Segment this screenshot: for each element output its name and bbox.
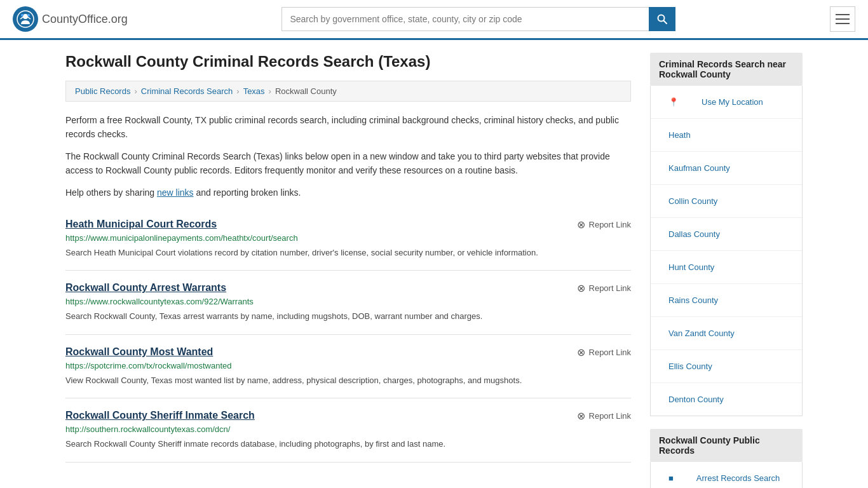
report-link-button[interactable]: ⊗ Report Link [577,282,631,294]
sidebar-near-item[interactable]: Collin County [651,185,802,218]
sidebar-near-title: Criminal Records Search near Rockwall Co… [650,53,803,86]
report-icon: ⊗ [577,410,585,422]
page-title: Rockwall County Criminal Records Search … [65,53,631,71]
header: CountyOffice.org [0,0,868,40]
sidebar-near-section: Criminal Records Search near Rockwall Co… [650,53,803,416]
breadcrumb-sep: › [134,86,137,96]
near-item-label: Rains County [660,290,727,311]
description-2: The Rockwall County Criminal Records Sea… [65,149,631,178]
report-link-button[interactable]: ⊗ Report Link [577,410,631,422]
sidebar-public-records-item[interactable]: ■ Arrest Records Search [651,462,802,488]
report-icon: ⊗ [577,282,585,294]
record-item: Rockwall County Arrest Warrants ⊗ Report… [65,271,631,335]
near-item-label: Dallas County [660,224,729,245]
near-item-link[interactable]: Rains County [651,284,802,316]
sidebar-public-records-list: ■ Arrest Records Search 🏛 Court Records … [650,462,803,488]
breadcrumb-criminal-records[interactable]: Criminal Records Search [141,86,233,96]
breadcrumb: Public Records › Criminal Records Search… [65,81,631,102]
breadcrumb-public-records[interactable]: Public Records [75,86,130,96]
report-link-label: Report Link [589,348,631,357]
sidebar-near-item[interactable]: Heath [651,119,802,152]
near-item-label: Van Zandt County [660,323,743,344]
record-description: View Rockwall County, Texas most wanted … [65,374,631,387]
record-title[interactable]: Rockwall County Most Wanted [65,346,213,358]
location-icon: 📍 [660,92,688,112]
near-item-label: Use My Location [693,92,772,112]
hamburger-line [836,18,850,20]
description-3: Help others by sharing new links and rep… [65,186,631,200]
near-item-link[interactable]: Kaufman County [651,152,802,184]
report-link-label: Report Link [589,220,631,229]
report-icon: ⊗ [577,346,585,358]
breadcrumb-texas[interactable]: Texas [243,86,265,96]
near-item-link[interactable]: Heath [651,119,802,151]
new-links-link[interactable]: new links [157,187,194,198]
svg-point-2 [21,14,24,17]
search-input[interactable] [281,7,649,31]
use-my-location-link[interactable]: 📍Use My Location [651,86,802,118]
logo-text[interactable]: CountyOffice.org [42,13,128,26]
report-link-button[interactable]: ⊗ Report Link [577,219,631,231]
near-item-label: Hunt County [660,257,723,278]
record-description: Search Rockwall County, Texas arrest war… [65,310,631,323]
near-item-link[interactable]: Hunt County [651,251,802,283]
breadcrumb-sep: › [269,86,271,96]
record-url[interactable]: http://southern.rockwallcountytexas.com/… [65,424,631,434]
sidebar-near-item[interactable]: 📍Use My Location [651,86,802,119]
logo-area: CountyOffice.org [13,6,128,32]
record-title[interactable]: Rockwall County Sheriff Inmate Search [65,410,255,421]
sidebar: Criminal Records Search near Rockwall Co… [650,53,803,488]
record-url[interactable]: https://www.rockwallcountytexas.com/922/… [65,297,631,306]
public-records-link[interactable]: ■ Arrest Records Search [651,462,802,488]
near-item-label: Kaufman County [660,158,739,179]
sidebar-near-item[interactable]: Van Zandt County [651,317,802,350]
sidebar-near-list: 📍Use My LocationHeathKaufman CountyColli… [650,86,803,416]
sidebar-near-item[interactable]: Hunt County [651,251,802,284]
record-item: Heath Municipal Court Records ⊗ Report L… [65,207,631,271]
public-records-label: Arrest Records Search [688,468,789,488]
record-title[interactable]: Heath Municipal Court Records [65,219,217,230]
record-item: Rockwall County Most Wanted ⊗ Report Lin… [65,335,631,399]
sidebar-near-item[interactable]: Dallas County [651,218,802,251]
report-link-button[interactable]: ⊗ Report Link [577,346,631,358]
sidebar-near-item[interactable]: Rains County [651,284,802,317]
near-item-label: Ellis County [660,356,721,377]
svg-line-5 [664,21,667,24]
record-description: Search Heath Municipal Court violations … [65,247,631,259]
breadcrumb-current: Rockwall County [275,86,337,96]
sidebar-item-icon: ■ [660,468,682,488]
description-1: Perform a free Rockwall County, TX publi… [65,113,631,142]
search-area [281,7,675,31]
near-item-link[interactable]: Denton County [651,383,802,416]
hamburger-line [836,23,850,24]
record-url[interactable]: https://www.municipalonlinepayments.com/… [65,233,631,243]
near-item-label: Heath [660,125,700,146]
svg-point-3 [27,14,30,17]
search-button[interactable] [649,7,675,31]
record-item: Rockwall County Sheriff Inmate Search ⊗ … [65,398,631,463]
near-item-label: Collin County [660,191,726,212]
hamburger-line [836,14,850,15]
sidebar-near-item[interactable]: Kaufman County [651,152,802,185]
sidebar-near-item[interactable]: Denton County [651,383,802,416]
near-item-link[interactable]: Van Zandt County [651,317,802,349]
breadcrumb-sep: › [236,86,239,96]
report-link-label: Report Link [589,283,631,293]
menu-button[interactable] [830,6,855,32]
sidebar-public-records-section: Rockwall County Public Records ■ Arrest … [650,429,803,488]
content-area: Rockwall County Criminal Records Search … [65,53,631,488]
record-url[interactable]: https://spotcrime.com/tx/rockwall/mostwa… [65,361,631,370]
record-description: Search Rockwall County Sheriff inmate re… [65,438,631,451]
logo-icon [13,6,38,32]
near-item-link[interactable]: Dallas County [651,218,802,250]
sidebar-public-records-title: Rockwall County Public Records [650,429,803,462]
record-title[interactable]: Rockwall County Arrest Warrants [65,282,226,294]
near-item-link[interactable]: Ellis County [651,350,802,383]
records-list: Heath Municipal Court Records ⊗ Report L… [65,207,631,463]
near-item-label: Denton County [660,389,733,410]
sidebar-near-item[interactable]: Ellis County [651,350,802,383]
near-item-link[interactable]: Collin County [651,185,802,217]
report-icon: ⊗ [577,219,585,231]
report-link-label: Report Link [589,411,631,421]
main-container: Rockwall County Criminal Records Search … [53,40,815,488]
